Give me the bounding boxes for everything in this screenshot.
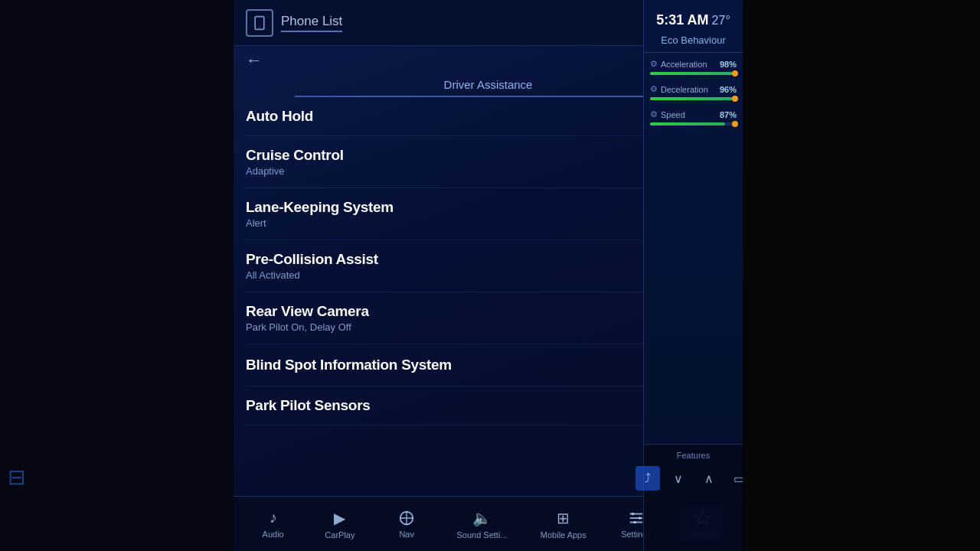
acceleration-value: 98% (720, 60, 737, 69)
phone-list-label: Phone List (281, 14, 342, 32)
settings-icon (628, 510, 645, 527)
deceleration-icon: ⚙ (650, 84, 658, 94)
audio-label: Audio (263, 530, 284, 539)
left-decoration-icon: ⊟ (8, 465, 25, 490)
nav-item-audio[interactable]: ♪ Audio (250, 506, 296, 542)
acceleration-bar-bg (650, 72, 737, 75)
svg-point-7 (639, 517, 642, 520)
section-header: Driver Assistance (295, 70, 681, 97)
eco-time-display: 5:31 AM (656, 12, 708, 28)
deceleration-bar-fill (650, 97, 733, 100)
speed-icon: ⚙ (650, 109, 658, 119)
rear-view-camera-sub: Park Pilot On, Delay Off (246, 321, 701, 333)
nav-label: Nav (399, 530, 414, 539)
acceleration-bar-dot (732, 70, 738, 77)
nav-item-sound[interactable]: 🔈 Sound Setti... (450, 506, 513, 543)
features-bar-label: Features (677, 448, 710, 463)
mobile-apps-icon: ⊞ (557, 509, 570, 527)
nav-item-nav[interactable]: Nav (384, 507, 430, 542)
eco-time-section: 5:31 AM 27° (644, 6, 743, 31)
nav-item-carplay[interactable]: ▶ CarPlay (317, 506, 363, 543)
eco-temp-display: 27° (712, 14, 730, 28)
svg-point-8 (633, 520, 636, 523)
acceleration-bar-fill (650, 72, 735, 75)
svg-point-6 (632, 512, 635, 515)
deceleration-value: 96% (720, 85, 737, 94)
features-up-button[interactable]: ∧ (697, 466, 721, 491)
sound-label: Sound Setti... (456, 530, 507, 540)
back-button[interactable]: ← (246, 51, 263, 70)
phone-icon (246, 9, 273, 37)
cruise-control-title: Cruise Control (246, 147, 656, 164)
mobile-apps-label: Mobile Apps (541, 530, 586, 540)
carplay-label: CarPlay (325, 530, 354, 540)
deceleration-bar-dot (732, 96, 738, 102)
nav-item-mobile-apps[interactable]: ⊞ Mobile Apps (534, 506, 593, 543)
eco-panel: 5:31 AM 27° Eco Behaviour ⚙ Acceleration… (643, 0, 743, 444)
sound-icon: 🔈 (472, 509, 492, 527)
acceleration-label: Acceleration (661, 60, 720, 69)
lane-keeping-sub: Alert (246, 217, 701, 229)
pre-collision-title: Pre-Collision Assist (246, 251, 701, 268)
eco-metric-deceleration: ⚙ Deceleration 96% (644, 78, 743, 103)
eco-title: Eco Behaviour (644, 31, 743, 53)
rear-view-camera-title: Rear View Camera (246, 303, 701, 320)
blind-spot-title: Blind Spot Information System (246, 357, 656, 373)
acceleration-icon: ⚙ (650, 59, 658, 69)
features-down-button[interactable]: ∨ (666, 466, 691, 491)
carplay-icon: ▶ (334, 509, 345, 527)
audio-icon: ♪ (270, 509, 277, 527)
nav-map-icon (398, 510, 415, 527)
speed-value: 87% (720, 110, 737, 119)
speed-label: Speed (661, 110, 720, 119)
speed-bar-dot (732, 121, 738, 127)
deceleration-bar-bg (650, 97, 737, 100)
speed-bar-fill (650, 122, 725, 126)
right-side-panel (743, 0, 980, 551)
eco-metric-acceleration: ⚙ Acceleration 98% (644, 53, 743, 78)
lane-keeping-title: Lane-Keeping System (246, 199, 701, 216)
eco-metric-speed: ⚙ Speed 87% (644, 103, 743, 129)
cruise-control-sub: Adaptive (246, 165, 656, 177)
pre-collision-sub: All Activated (246, 269, 701, 281)
deceleration-label: Deceleration (661, 85, 720, 94)
features-bar: Features ⤴ ∨ ∧ ▭ (643, 444, 743, 551)
features-return-button[interactable]: ⤴ (635, 466, 660, 491)
left-side-panel: ⊟ (0, 0, 234, 551)
svg-rect-0 (255, 16, 264, 29)
speed-bar-bg (650, 122, 737, 126)
